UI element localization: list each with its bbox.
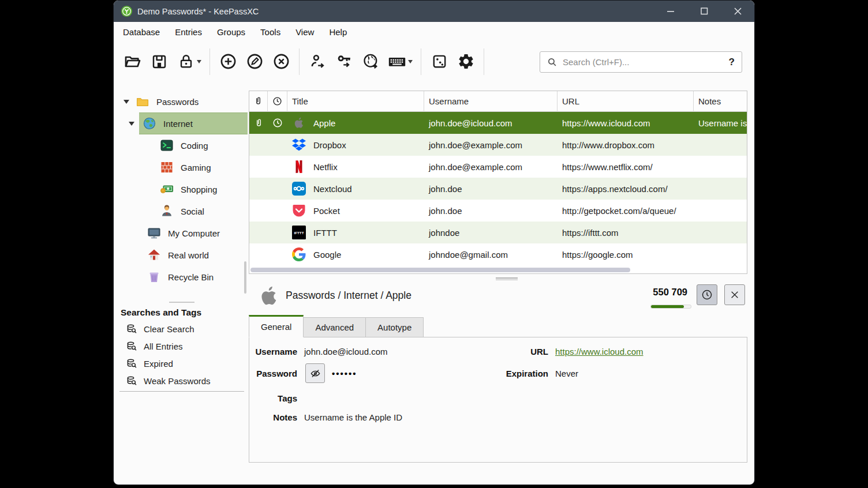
entry-row-nextcloud[interactable]: Nextcloud john.doe https://apps.nextclou…	[249, 178, 747, 200]
horizontal-scrollbar[interactable]	[250, 268, 630, 272]
group-tree: Passwords Internet Coding	[114, 91, 248, 288]
money-icon	[160, 182, 174, 196]
entry-url: https://google.com	[558, 250, 694, 260]
settings-gear-button[interactable]	[452, 48, 479, 76]
entry-title: Pocket	[313, 206, 340, 216]
saved-search-icon	[126, 358, 137, 369]
entry-row-dropbox[interactable]: Dropbox john.doe@example.com http://www.…	[249, 134, 747, 156]
countdown-timer-button[interactable]	[697, 284, 717, 305]
open-database-button[interactable]	[119, 48, 146, 76]
search-item-expired[interactable]: Expired	[114, 355, 248, 372]
tab-advanced[interactable]: Advanced	[304, 317, 366, 337]
search-help-button[interactable]: ?	[729, 57, 735, 68]
delete-entry-button[interactable]	[268, 48, 294, 76]
searches-list: Clear Search All Entries Expired Weak Pa…	[114, 320, 248, 389]
entry-row-apple[interactable]: Apple john.doe@icloud.com https://www.ic…	[249, 112, 747, 134]
copy-username-button[interactable]	[304, 48, 331, 76]
group-gaming[interactable]: Gaming	[114, 156, 248, 178]
maximize-button[interactable]	[687, 1, 721, 22]
eye-off-icon	[310, 368, 321, 379]
edit-entry-button[interactable]	[241, 48, 268, 76]
group-real-world[interactable]: Real world	[114, 244, 248, 266]
group-coding[interactable]: Coding	[114, 134, 248, 156]
sidebar-splitter-handle[interactable]	[169, 302, 194, 303]
username-value: john.doe@icloud.com	[304, 347, 387, 356]
menu-tools[interactable]: Tools	[253, 24, 288, 40]
menu-view[interactable]: View	[288, 24, 321, 40]
menu-groups[interactable]: Groups	[209, 24, 253, 40]
group-label: Coding	[181, 141, 208, 151]
selected-group-highlight[interactable]: Internet	[139, 112, 248, 134]
search-item-label: Expired	[144, 359, 173, 369]
entry-username: john.doe	[424, 184, 558, 194]
url-link[interactable]: https://www.icloud.com	[555, 347, 643, 356]
window-title: Demo Passwords* - KeePassXC	[137, 7, 259, 16]
lock-database-button[interactable]	[173, 48, 199, 76]
menu-entries[interactable]: Entries	[167, 24, 209, 40]
close-preview-button[interactable]	[724, 284, 745, 305]
group-label: Passwords	[156, 97, 199, 107]
expand-arrow-icon[interactable]	[124, 100, 129, 104]
entry-row-pocket[interactable]: Pocket john.doe http://getpocket.com/a/q…	[249, 200, 747, 222]
entry-username: john.doe@example.com	[424, 162, 558, 172]
add-entry-button[interactable]	[215, 48, 241, 76]
header-username-column[interactable]: Username	[424, 91, 558, 112]
search-item-label: Clear Search	[144, 324, 194, 334]
toolbar: ?	[114, 42, 754, 81]
minimize-button[interactable]	[654, 1, 687, 22]
close-icon	[730, 290, 739, 299]
entry-row-netflix[interactable]: Netflix john.doe@example.com https://www…	[249, 156, 747, 178]
titlebar[interactable]: Demo Passwords* - KeePassXC	[114, 1, 754, 22]
entry-title: Apple	[313, 118, 335, 128]
expiration-label: Expiration	[506, 369, 548, 378]
dropbox-icon	[292, 138, 306, 152]
group-label: Internet	[163, 119, 193, 129]
trash-icon	[147, 270, 161, 284]
search-item-label: All Entries	[144, 341, 183, 351]
group-label: Social	[181, 207, 204, 216]
menu-bar: Database Entries Groups Tools View Help	[114, 22, 754, 42]
group-my-computer[interactable]: My Computer	[114, 222, 248, 244]
expand-arrow-icon[interactable]	[129, 122, 134, 126]
entry-row-google[interactable]: Google johndoe@gmail.com https://google.…	[249, 243, 747, 265]
notes-value: Username is the Apple ID	[304, 412, 402, 422]
group-passwords[interactable]: Passwords	[114, 91, 248, 112]
sidebar-scrollbar[interactable]	[244, 261, 246, 294]
group-internet[interactable]: Internet	[114, 112, 248, 134]
header-url-column[interactable]: URL	[558, 91, 694, 112]
clock-icon	[272, 96, 282, 106]
group-shopping[interactable]: Shopping	[114, 178, 248, 200]
menu-database[interactable]: Database	[115, 24, 167, 40]
password-generator-dice-button[interactable]	[426, 48, 452, 76]
search-item-all-entries[interactable]: All Entries	[114, 337, 248, 355]
header-expiry-column[interactable]	[268, 91, 287, 112]
menu-help[interactable]: Help	[321, 24, 354, 40]
autotype-button[interactable]	[384, 48, 410, 76]
group-label: Real world	[168, 250, 209, 260]
header-attachment-column[interactable]	[249, 91, 268, 112]
header-notes-column[interactable]: Notes	[694, 91, 747, 112]
group-sidebar: Passwords Internet Coding	[114, 81, 248, 485]
panel-splitter-handle[interactable]	[496, 277, 518, 279]
expiration-value: Never	[555, 369, 578, 378]
save-database-button[interactable]	[146, 48, 173, 76]
open-url-button[interactable]	[357, 48, 384, 76]
search-item-clear-search[interactable]: Clear Search	[114, 320, 248, 337]
tab-general[interactable]: General	[249, 315, 304, 337]
preview-tabs: General Advanced Autotype	[249, 315, 424, 337]
search-box[interactable]: ?	[540, 51, 742, 73]
group-recycle-bin[interactable]: Recycle Bin	[114, 266, 248, 288]
tab-autotype[interactable]: Autotype	[366, 317, 424, 337]
group-social[interactable]: Social	[114, 200, 248, 222]
apple-icon	[292, 116, 306, 130]
close-window-button[interactable]	[721, 1, 754, 22]
header-title-column[interactable]: Title	[287, 91, 424, 112]
entry-url: https://www.netflix.com/	[558, 162, 694, 172]
copy-password-button[interactable]	[331, 48, 357, 76]
search-input[interactable]	[563, 57, 729, 67]
entry-username: johndoe	[424, 228, 558, 238]
entry-row-ifttt[interactable]: IFTTTIFTTT johndoe https://ifttt.com	[249, 222, 747, 243]
entry-username: john.doe	[424, 206, 558, 216]
search-item-weak-passwords[interactable]: Weak Passwords	[114, 372, 248, 389]
toggle-password-visibility-button[interactable]	[305, 363, 325, 383]
